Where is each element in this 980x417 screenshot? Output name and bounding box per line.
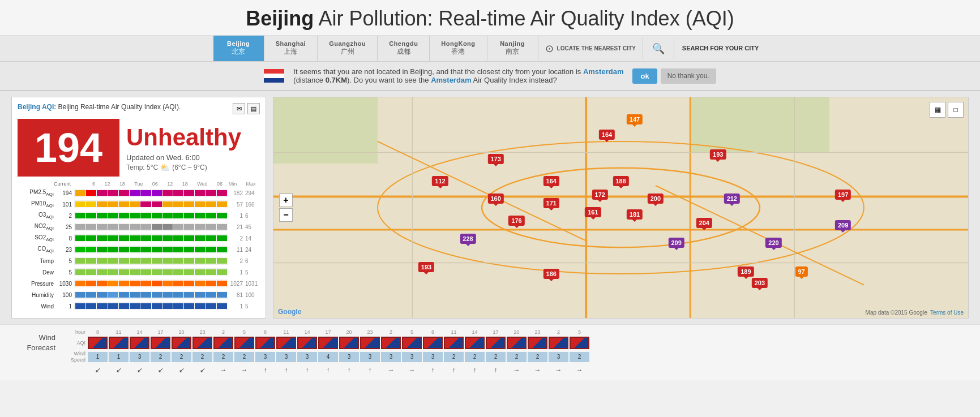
map-view-toggle-2[interactable]: □: [948, 102, 964, 118]
widget-icon[interactable]: ▤: [247, 103, 260, 114]
zoom-out-button[interactable]: −: [279, 208, 293, 222]
search-city-label: SEARCH FOR YOUR CITY: [674, 40, 767, 57]
map-aqi-marker[interactable]: 160: [487, 194, 503, 204]
wind-speed-cell: 3: [423, 352, 443, 362]
no-thanks-button[interactable]: No thank you.: [661, 68, 716, 84]
nav-tab-guangzhou[interactable]: Guangzhou广州: [318, 36, 378, 61]
map-aqi-marker[interactable]: 209: [668, 238, 684, 248]
nav-locate-button[interactable]: ⊙ LOCATE THE NEAREST CITY: [538, 38, 643, 59]
map-aqi-marker[interactable]: 176: [508, 216, 524, 226]
wind-arrow: ↙: [151, 365, 170, 375]
search-icon-button[interactable]: 🔍: [643, 38, 674, 59]
wind-aqi-cell[interactable]: [109, 337, 129, 349]
wind-speed-cell: 2: [151, 352, 170, 362]
wind-aqi-cell[interactable]: [192, 337, 212, 349]
map-aqi-marker[interactable]: 204: [696, 218, 712, 228]
chart-row: COAQI231124: [18, 244, 260, 255]
wind-aqi-cell[interactable]: [444, 337, 464, 349]
wind-aqi-cell[interactable]: [276, 337, 296, 349]
wind-aqi-cell[interactable]: [570, 337, 589, 349]
wind-aqi-cell[interactable]: [360, 337, 380, 349]
wind-aqi-cell[interactable]: [88, 337, 108, 349]
map-aqi-marker[interactable]: 171: [544, 198, 559, 208]
wind-arrow: →: [213, 365, 233, 375]
wind-aqi-cell[interactable]: [318, 337, 338, 349]
nav-tab-nanjing[interactable]: Nanjing南京: [487, 36, 538, 61]
map-aqi-marker[interactable]: 173: [487, 154, 503, 164]
wind-aqi-cell[interactable]: [528, 337, 547, 349]
zoom-in-button[interactable]: +: [279, 194, 293, 207]
wind-speed-cell: 3: [360, 352, 380, 362]
chart-row: Wind115: [18, 301, 260, 311]
wind-aqi-cell[interactable]: [381, 337, 401, 349]
wind-arrow: →: [381, 365, 401, 375]
wind-speed-cell: 2: [234, 352, 254, 362]
wind-aqi-cell[interactable]: [465, 337, 485, 349]
wind-arrow: →: [528, 365, 547, 375]
map-aqi-marker[interactable]: 220: [765, 238, 781, 248]
nav-tab-beijing[interactable]: Beijing北京: [213, 36, 264, 61]
wind-hour-label: 14: [465, 329, 485, 335]
map-aqi-marker[interactable]: 228: [460, 234, 476, 244]
wind-aqi-row: AQI: [62, 337, 969, 349]
map-aqi-marker[interactable]: 200: [648, 194, 664, 204]
map-aqi-marker[interactable]: 188: [613, 176, 628, 186]
map-aqi-marker[interactable]: 209: [835, 220, 851, 230]
wind-aqi-cell[interactable]: [213, 337, 233, 349]
wind-speed-cell: 2: [444, 352, 464, 362]
chart-row: PM10AQI10157166: [18, 199, 260, 209]
nav-tab-chengdu[interactable]: Chengdu成都: [378, 36, 430, 61]
page-header: Beijing Air Pollution: Real-time Air Qua…: [0, 0, 980, 36]
wind-speed-cell: 3: [402, 352, 422, 362]
wind-aqi-cell[interactable]: [234, 337, 254, 349]
map-aqi-marker[interactable]: 112: [432, 176, 448, 186]
map-aqi-marker[interactable]: 97: [795, 266, 807, 277]
map-view-toggle-1[interactable]: ▦: [930, 102, 945, 118]
wind-arrow: ↙: [130, 365, 149, 375]
wind-aqi-cell[interactable]: [339, 337, 359, 349]
share-icon[interactable]: ✉: [233, 103, 245, 114]
wind-aqi-cell[interactable]: [486, 337, 506, 349]
wind-speed-cell: 3: [339, 352, 359, 362]
map-aqi-marker[interactable]: 212: [724, 194, 740, 204]
wind-aqi-cell[interactable]: [151, 337, 170, 349]
wind-arrow: ↙: [88, 365, 108, 375]
wind-hour-label: 11: [444, 329, 464, 335]
wind-aqi-cell[interactable]: [402, 337, 422, 349]
wind-hour-label: 2: [549, 329, 568, 335]
wind-speed-cell: 3: [297, 352, 317, 362]
panel-icons: ✉ ▤: [233, 103, 260, 114]
main-content: Beijing AQI: Beijing Real-time Air Quali…: [0, 91, 980, 324]
wind-aqi-cell[interactable]: [172, 337, 191, 349]
wind-hour-label: 11: [109, 329, 129, 335]
map-aqi-marker[interactable]: 189: [738, 266, 754, 277]
wind-speed-cell: 2: [528, 352, 547, 362]
wind-aqi-cell[interactable]: [507, 337, 527, 349]
nav-tab-shanghai[interactable]: Shanghai上海: [264, 36, 318, 61]
wind-aqi-cell[interactable]: [255, 337, 275, 349]
wind-hour-label: 2: [381, 329, 401, 335]
wind-aqi-cell[interactable]: [130, 337, 149, 349]
wind-forecast-section: WindForecast hour 8111417202325811141720…: [0, 324, 980, 380]
map-aqi-marker[interactable]: 172: [592, 190, 608, 200]
wind-aqi-cell[interactable]: [549, 337, 568, 349]
map-aqi-marker[interactable]: 164: [599, 130, 615, 140]
wind-aqi-cell[interactable]: [423, 337, 443, 349]
amsterdam-link-1[interactable]: Amsterdam: [583, 67, 624, 76]
ok-button[interactable]: ok: [632, 68, 657, 84]
amsterdam-link-2[interactable]: Amsterdam: [431, 76, 472, 84]
map-aqi-marker[interactable]: 197: [835, 190, 851, 200]
map-aqi-marker[interactable]: 193: [418, 262, 434, 272]
map-aqi-marker[interactable]: 186: [544, 269, 559, 279]
map-aqi-marker[interactable]: 161: [585, 207, 601, 217]
netherlands-flag: [264, 69, 284, 83]
map-aqi-marker[interactable]: 164: [544, 176, 559, 186]
nav-tab-hongkong[interactable]: HongKong香港: [430, 36, 487, 61]
map-aqi-marker[interactable]: 147: [627, 114, 643, 124]
nav-tabs: Beijing北京Shanghai上海Guangzhou广州Chengdu成都H…: [0, 36, 980, 62]
wind-aqi-cell[interactable]: [297, 337, 317, 349]
wind-hour-label: 8: [423, 329, 443, 335]
map-aqi-marker[interactable]: 181: [627, 209, 643, 220]
map-aqi-marker[interactable]: 203: [752, 278, 768, 288]
map-aqi-marker[interactable]: 193: [710, 149, 726, 160]
